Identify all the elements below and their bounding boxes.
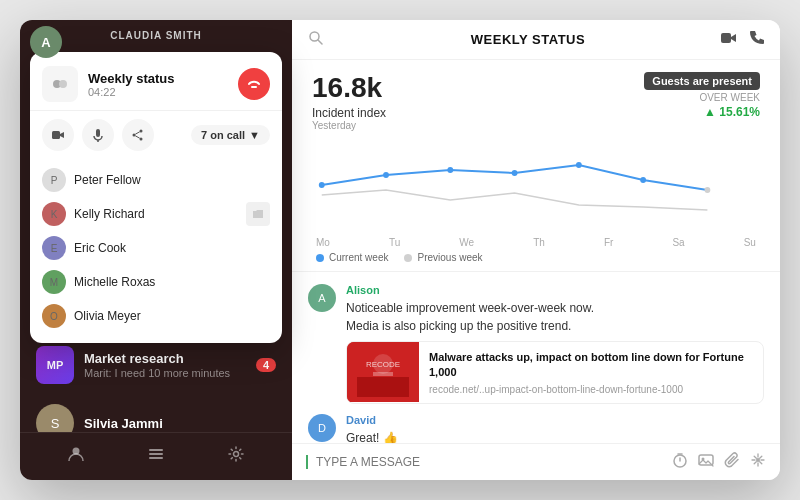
- on-call-badge[interactable]: 7 on call ▼: [191, 125, 270, 145]
- legend-current-label: Current week: [329, 252, 388, 263]
- svg-point-22: [512, 170, 518, 176]
- popup-contact-kelly[interactable]: K Kelly Richard: [30, 197, 282, 231]
- timer-icon[interactable]: [672, 452, 688, 472]
- image-icon[interactable]: [698, 452, 714, 472]
- msg-sender-david: David: [346, 414, 764, 426]
- share-action-button[interactable]: [122, 119, 154, 151]
- avatar-kelly: K: [42, 202, 66, 226]
- legend-previous: Previous week: [404, 252, 482, 263]
- chart-label: Incident index: [312, 106, 386, 120]
- sidebar-item-silvia[interactable]: S Silvia Jammi: [20, 394, 292, 432]
- avatar-peter: P: [42, 168, 66, 192]
- call-popup-time: 04:22: [88, 86, 238, 98]
- popup-contact-name-eric: Eric Cook: [74, 241, 126, 255]
- avatar-michelle: M: [42, 270, 66, 294]
- attachment-icon[interactable]: [724, 452, 740, 472]
- popup-contact-name-peter: Peter Fellow: [74, 173, 141, 187]
- link-card-url: recode.net/..up-impact-on-bottom-line-do…: [429, 384, 753, 395]
- legend-current: Current week: [316, 252, 388, 263]
- mic-action-button[interactable]: [82, 119, 114, 151]
- message-alison: A Alison Noticeable improvement week-ove…: [308, 284, 764, 404]
- popup-contact-name-kelly: Kelly Richard: [74, 207, 145, 221]
- legend-dot-previous: [404, 254, 412, 262]
- svg-rect-12: [149, 449, 163, 451]
- market-research-icon: MP: [36, 346, 74, 384]
- gear-nav-icon[interactable]: [227, 445, 245, 468]
- link-card-body: Malware attacks up, impact on bottom lin…: [419, 342, 763, 403]
- sidebar-item-market-research[interactable]: MP Market research Marit: I need 10 more…: [20, 336, 292, 394]
- popup-contact-name-michelle: Michelle Roxas: [74, 275, 155, 289]
- avatar-david: D: [308, 414, 336, 442]
- market-research-badge: 4: [256, 358, 276, 372]
- svg-point-36: [756, 458, 760, 462]
- chart-right-block: Guests are present OVER WEEK ▲ 15.61%: [644, 72, 760, 119]
- popup-contacts: P Peter Fellow K Kelly Richard E Eric Co…: [30, 159, 282, 337]
- list-nav-icon[interactable]: [147, 445, 165, 468]
- popup-contact-olivia[interactable]: O Olivia Meyer: [30, 299, 282, 333]
- call-popup-info: Weekly status 04:22: [88, 71, 238, 98]
- input-area: [292, 443, 780, 480]
- legend-dot-current: [316, 254, 324, 262]
- svg-point-6: [140, 130, 143, 133]
- right-header: WEEKLY STATUS: [292, 20, 780, 60]
- svg-rect-27: [357, 377, 409, 397]
- message-input[interactable]: [306, 455, 662, 469]
- svg-text:RECODE: RECODE: [366, 360, 400, 369]
- chart-big-number: 16.8k: [312, 72, 386, 104]
- svg-point-19: [319, 182, 325, 188]
- sidebar-item-info-market: Market research Marit: I need 10 more mi…: [84, 351, 256, 379]
- video-action-button[interactable]: [42, 119, 74, 151]
- svg-line-9: [135, 132, 139, 134]
- guests-badge: Guests are present: [644, 72, 760, 90]
- avatar-eric: E: [42, 236, 66, 260]
- chart-section: 16.8k Incident index Yesterday Guests ar…: [292, 60, 780, 272]
- left-panel: CLAUDIA SMITH A Weekly status 04:22: [20, 20, 292, 480]
- avatar-sidebar-silvia: S: [36, 404, 74, 432]
- svg-point-23: [576, 162, 582, 168]
- video-call-icon[interactable]: [721, 30, 737, 49]
- messages-area: A Alison Noticeable improvement week-ove…: [292, 272, 780, 443]
- call-end-button[interactable]: [238, 68, 270, 100]
- popup-contact-name-olivia: Olivia Meyer: [74, 309, 141, 323]
- popup-contact-peter[interactable]: P Peter Fellow: [30, 163, 282, 197]
- msg-text-alison: Noticeable improvement week-over-week no…: [346, 299, 764, 335]
- person-nav-icon[interactable]: [67, 445, 85, 468]
- call-popup-title: Weekly status: [88, 71, 238, 86]
- svg-rect-4: [96, 129, 100, 137]
- link-card-title: Malware attacks up, impact on bottom lin…: [429, 350, 753, 381]
- msg-content-alison: Alison Noticeable improvement week-over-…: [346, 284, 764, 404]
- search-icon[interactable]: [308, 30, 323, 49]
- call-popup-header: Weekly status 04:22: [30, 62, 282, 111]
- svg-point-8: [133, 134, 136, 137]
- sparkle-icon[interactable]: [750, 452, 766, 472]
- svg-line-10: [135, 136, 139, 138]
- popup-contact-michelle[interactable]: M Michelle Roxas: [30, 265, 282, 299]
- legend-previous-label: Previous week: [417, 252, 482, 263]
- call-actions: 7 on call ▼: [30, 111, 282, 159]
- svg-point-1: [59, 80, 67, 88]
- msg-content-david: David Great! 👍: [346, 414, 764, 443]
- left-user-avatar: A: [30, 26, 62, 58]
- popup-contact-eric[interactable]: E Eric Cook: [30, 231, 282, 265]
- svg-point-15: [234, 452, 239, 457]
- sidebar-item-info-silvia: Silvia Jammi: [84, 416, 276, 431]
- svg-line-17: [318, 40, 322, 44]
- chart-top: 16.8k Incident index Yesterday Guests ar…: [312, 72, 760, 131]
- chart-labels: Mo Tu We Th Fr Sa Su: [312, 237, 760, 248]
- link-card-thumb: RECODE: [347, 342, 419, 402]
- user-name-header: CLAUDIA SMITH: [110, 30, 202, 41]
- svg-point-24: [640, 177, 646, 183]
- over-week-label: OVER WEEK: [699, 92, 760, 103]
- chart-wrap: [312, 135, 760, 235]
- avatar-alison: A: [308, 284, 336, 312]
- app-window: CLAUDIA SMITH A Weekly status 04:22: [20, 20, 780, 480]
- phone-call-icon[interactable]: [749, 30, 764, 49]
- chart-legend: Current week Previous week: [312, 252, 760, 263]
- chart-sublabel: Yesterday: [312, 120, 386, 131]
- link-card-malware[interactable]: RECODE Malware attacks up, impact on bot…: [346, 341, 764, 404]
- svg-rect-3: [52, 131, 60, 139]
- message-david: D David Great! 👍: [308, 414, 764, 443]
- svg-rect-14: [149, 457, 163, 459]
- chart-stat-block: 16.8k Incident index Yesterday: [312, 72, 386, 131]
- avatar-olivia: O: [42, 304, 66, 328]
